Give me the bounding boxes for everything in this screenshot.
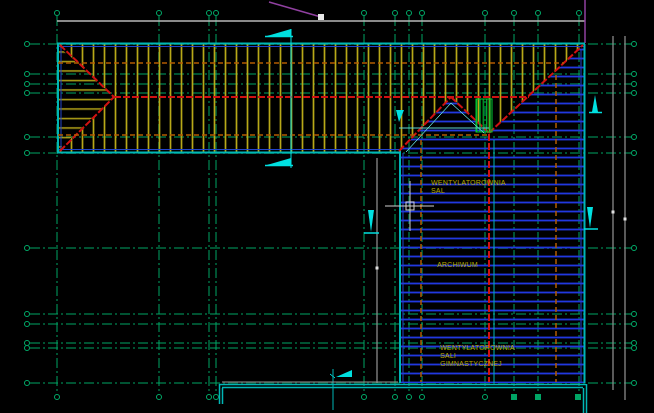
axis-bubbles-right	[631, 41, 636, 385]
grip-point[interactable]	[624, 218, 627, 221]
room-label-line: WENTYLATOROWNIA	[440, 344, 515, 352]
room-label-line: ARCHIWUM	[437, 261, 478, 269]
grip-point[interactable]	[612, 211, 615, 214]
section-arrow-left-top	[267, 29, 291, 36]
room-label-archiwum: ARCHIWUM	[437, 261, 478, 269]
axis-bubbles-left	[24, 41, 29, 385]
room-label-line: SALI	[440, 352, 515, 360]
section-arrow-down-right	[587, 207, 593, 228]
room-label-line: WENTYLATOROWNIA	[431, 179, 506, 187]
grip-point[interactable]	[376, 267, 379, 270]
section-arrow-down-mid	[368, 210, 374, 232]
axis-bubbles-bottom	[54, 394, 580, 399]
section-arrow-bottom	[336, 370, 352, 377]
section-arrow-left-bottom	[267, 158, 291, 165]
room-label-wentylatorownia-sal: WENTYLATOROWNIA SAL	[431, 179, 506, 195]
section-arrow-up-right	[592, 95, 598, 112]
roof-framing-plan	[0, 0, 654, 413]
cad-drawing-canvas[interactable]: WENTYLATOROWNIA SAL ARCHIWUM WENTYLATORO…	[0, 0, 654, 413]
room-label-wentylatorownia-sali: WENTYLATOROWNIA SALI GIMNASTYCZNEJ	[440, 344, 515, 368]
grip-point[interactable]	[318, 14, 324, 20]
chimney-hatch	[476, 99, 492, 132]
room-label-line: GIMNASTYCZNEJ	[440, 360, 515, 368]
room-label-line: SAL	[431, 187, 506, 195]
